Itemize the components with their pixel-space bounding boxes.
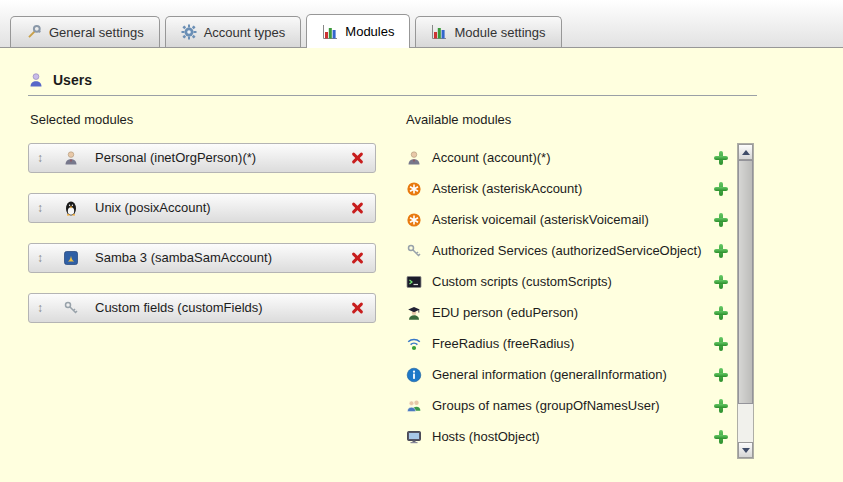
available-module-row: Custom scripts (customScripts) [404,267,737,297]
drag-handle-icon[interactable] [37,151,49,165]
user-icon [63,150,79,166]
asterisk-icon [406,212,422,228]
module-label: Groups of names (groupOfNamesUser) [432,398,713,414]
edu-icon [406,305,422,321]
module-label: Authorized Services (authorizedServiceOb… [432,243,713,259]
host-icon [406,429,422,445]
remove-module-button[interactable] [349,200,365,216]
group-icon [406,398,422,414]
module-label: General information (generalInformation) [432,367,713,383]
arrow-down-icon [742,448,750,453]
tab-label: General settings [49,25,144,40]
add-module-button[interactable] [713,429,729,445]
available-modules-heading: Available modules [406,112,754,127]
tab-module-settings[interactable]: Module settings [415,16,561,47]
selected-module-row[interactable]: Unix (posixAccount) [28,193,376,223]
section-divider [28,95,757,96]
script-icon [406,274,422,290]
remove-module-button[interactable] [349,150,365,166]
selected-modules-list: Personal (inetOrgPerson)(*) Unix (posixA… [28,143,376,323]
add-module-button[interactable] [713,243,729,259]
available-modules-column: Available modules Account (account)(*) A… [404,112,754,459]
module-label: Custom scripts (customScripts) [432,274,713,290]
available-module-row: FreeRadius (freeRadius) [404,329,737,359]
drag-handle-icon[interactable] [37,201,49,215]
available-module-row: Authorized Services (authorizedServiceOb… [404,236,737,266]
add-module-button[interactable] [713,305,729,321]
drag-handle-icon[interactable] [37,251,49,265]
available-modules-list: Account (account)(*) Asterisk (asteriskA… [404,143,737,459]
scrollbar-track[interactable] [738,404,753,442]
available-module-row: Asterisk (asteriskAccount) [404,174,737,204]
remove-module-button[interactable] [349,300,365,316]
scrollbar[interactable] [737,143,754,459]
tab-bar: General settings Account types Modules M… [0,0,843,48]
selected-module-row[interactable]: Samba 3 (sambaSamAccount) [28,243,376,273]
available-module-row: General information (generalInformation) [404,360,737,390]
selected-module-row[interactable]: Custom fields (customFields) [28,293,376,323]
radius-icon [406,336,422,352]
scroll-down-button[interactable] [738,442,753,458]
module-label: Personal (inetOrgPerson)(*) [95,150,349,166]
scrollbar-thumb[interactable] [738,160,753,404]
tab-label: Account types [204,25,286,40]
module-label: Unix (posixAccount) [95,200,349,216]
tux-icon [63,200,79,216]
info-icon [406,367,422,383]
chart-icon [431,24,447,40]
arrow-up-icon [742,150,750,155]
available-module-row: Groups of names (groupOfNamesUser) [404,391,737,421]
add-module-button[interactable] [713,274,729,290]
module-label: Account (account)(*) [432,150,713,166]
add-module-button[interactable] [713,336,729,352]
add-module-button[interactable] [713,150,729,166]
module-label: Asterisk (asteriskAccount) [432,181,713,197]
section-header: Users [28,72,843,88]
selected-module-row[interactable]: Personal (inetOrgPerson)(*) [28,143,376,173]
available-module-row: Asterisk voicemail (asteriskVoicemail) [404,205,737,235]
keys-icon [63,300,79,316]
modules-columns: Selected modules Personal (inetOrgPerson… [28,112,843,459]
samba-icon [63,250,79,266]
gear-icon [181,24,197,40]
selected-modules-heading: Selected modules [30,112,376,127]
section-title: Users [53,72,92,88]
module-label: Samba 3 (sambaSamAccount) [95,250,349,266]
scroll-up-button[interactable] [738,144,753,160]
tools-icon [26,24,42,40]
tab-modules[interactable]: Modules [306,14,410,48]
add-module-button[interactable] [713,181,729,197]
available-module-row: Hosts (hostObject) [404,422,737,452]
module-label: Custom fields (customFields) [95,300,349,316]
tab-account-types[interactable]: Account types [165,16,302,47]
selected-modules-column: Selected modules Personal (inetOrgPerson… [28,112,376,459]
content-area: Users Selected modules Personal (inetOrg… [0,48,843,459]
module-label: Hosts (hostObject) [432,429,713,445]
tab-general-settings[interactable]: General settings [10,16,160,47]
users-icon [28,72,44,88]
tab-label: Modules [345,24,394,39]
module-label: EDU person (eduPerson) [432,305,713,321]
user-icon [406,150,422,166]
available-modules-wrap: Account (account)(*) Asterisk (asteriskA… [404,143,754,459]
remove-module-button[interactable] [349,250,365,266]
available-module-row: Account (account)(*) [404,143,737,173]
add-module-button[interactable] [713,398,729,414]
chart-icon [322,24,338,40]
tab-label: Module settings [454,25,545,40]
asterisk-icon [406,181,422,197]
drag-handle-icon[interactable] [37,301,49,315]
available-module-row: EDU person (eduPerson) [404,298,737,328]
module-label: Asterisk voicemail (asteriskVoicemail) [432,212,713,228]
add-module-button[interactable] [713,212,729,228]
module-label: FreeRadius (freeRadius) [432,336,713,352]
add-module-button[interactable] [713,367,729,383]
keys-icon [406,243,422,259]
